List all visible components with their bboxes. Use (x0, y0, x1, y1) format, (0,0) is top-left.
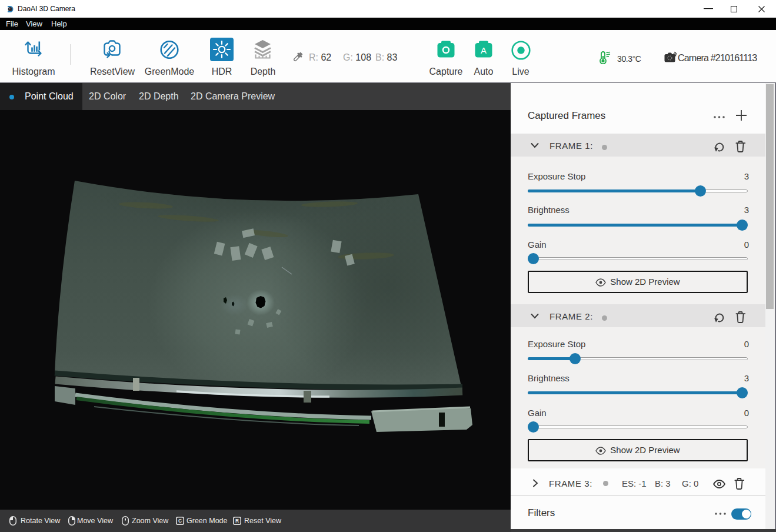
svg-text:A: A (481, 45, 487, 55)
svg-text:R: R (235, 518, 239, 524)
svg-text:C: C (178, 518, 182, 524)
